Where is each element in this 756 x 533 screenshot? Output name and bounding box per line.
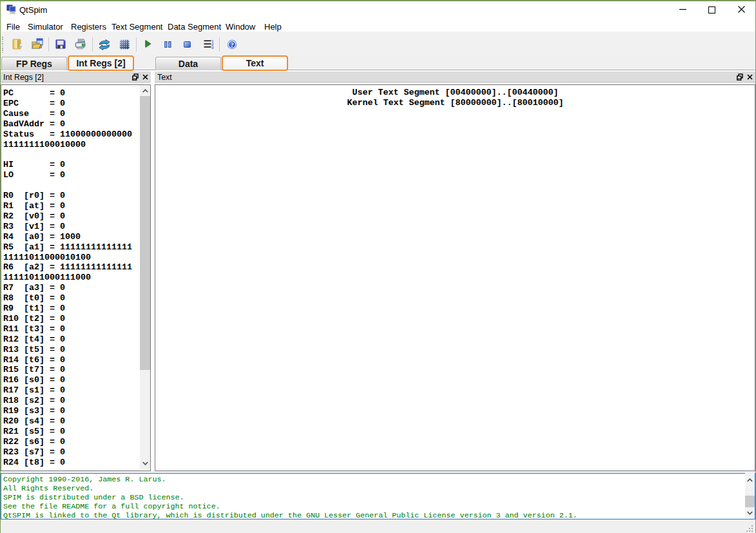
svg-text:?: ? (230, 41, 233, 48)
svg-text:3: 3 (211, 46, 213, 49)
